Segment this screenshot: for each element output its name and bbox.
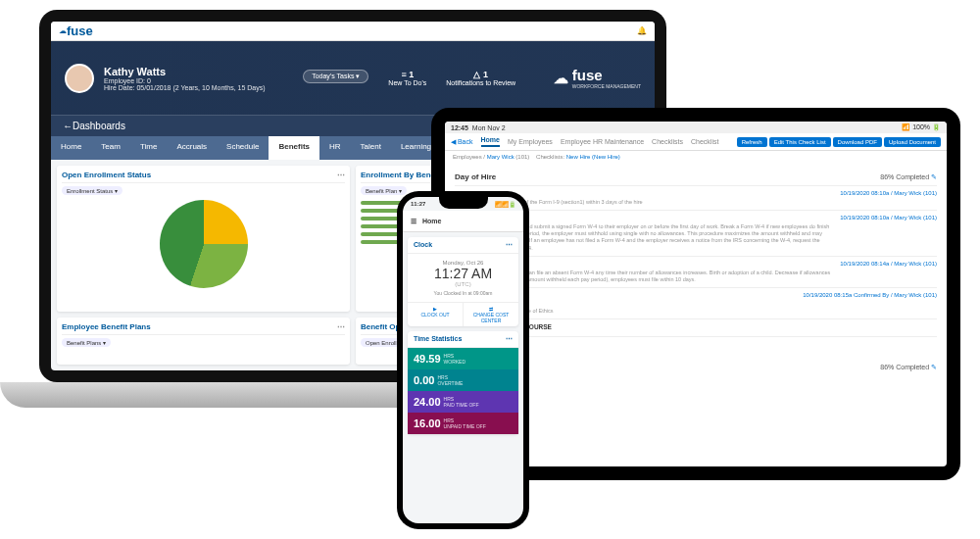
avatar[interactable] [65,64,94,93]
brand-name: fuse [67,24,93,38]
w1-filter[interactable]: Enrollment Status ▾ [62,186,122,195]
clock-title: Clock [414,241,432,249]
signal-icon: 📶 [495,201,502,208]
stats-title: Time Statistics [414,335,462,343]
tab-accruals[interactable]: Accruals [167,136,217,160]
w1-title: Open Enrollment Status [62,171,151,179]
tab-home[interactable]: Home [51,136,91,160]
battery-icon: 🔋 [509,201,515,208]
clock-tz: (UTC) [414,281,513,287]
battery-pct: 100% [912,123,930,130]
w3-filter[interactable]: Benefit Plans ▾ [62,338,111,347]
refresh-button[interactable]: Refresh [737,137,767,147]
hero-brand: ☁︎ fuse WORKFORCE MANAGEMENT [554,67,641,89]
logo-icon: ☁︎ [59,26,67,35]
user-block: Kathy Watts Employee ID: 0 Hire Date: 05… [104,66,266,91]
stat-notifs-label: Notifications to Review [446,79,515,86]
bell-icon[interactable]: 🔔 [637,26,647,35]
bc-employee-link[interactable]: Mary Wick [487,154,514,160]
user-hire: Hire Date: 05/01/2018 (2 Years, 10 Month… [104,84,266,91]
w3-title: Employee Benefit Plans [62,322,151,331]
edit-checklist-button[interactable]: Edit This Check List [769,137,831,147]
app-header: ☁︎ fuse 🔔 [51,22,655,41]
phone-app: 11:27 📶📶🔋 ☰ Home Clock⋯ Monday, Oct 26 1… [403,197,523,523]
time-stats-card: Time Statistics⋯ 49.59HRSWORKED0.00HRSOV… [408,331,518,434]
widget-enrollment-status: Open Enrollment Status⋯ Enrollment Statu… [57,166,350,312]
battery-icon: 🔋 [932,123,941,131]
navtab-home[interactable]: Home [481,136,500,147]
cloud-icon: ☁︎ [554,70,568,87]
tablet-date: Mon Nov 2 [472,124,506,131]
stat-notifs[interactable]: △ 1 Notifications to Review [446,70,515,86]
tab-time[interactable]: Time [130,136,167,160]
change-cost-center-button[interactable]: ⇄CHANGE COST CENTER [464,303,518,326]
navtab-checklist[interactable]: Checklist [691,138,718,145]
hero-banner: Kathy Watts Employee ID: 0 Hire Date: 05… [51,41,655,115]
page-title: Home [422,218,441,224]
stat-todos[interactable]: ≡ 1 New To Do's [388,70,426,86]
hero-brand-tag: WORKFORCE MANAGEMENT [572,83,641,89]
tab-schedule[interactable]: Schedule [217,136,269,160]
clock-body: Monday, Oct 26 11:27 AM (UTC) You Clocke… [408,254,518,302]
phone-header: ☰ Home [403,211,523,232]
card-menu-icon[interactable]: ⋯ [506,335,513,343]
todays-tasks-button[interactable]: Today's Tasks ▾ [303,70,368,83]
menu-icon[interactable]: ☰ [411,218,416,225]
clock-msg: You Clocked In at 09:00am [414,290,513,296]
tablet-breadcrumb: Employees / Mary Wick (101) Checklists: … [445,151,947,163]
section-heading: Day of Hire [455,172,496,181]
upload-doc-button[interactable]: Upload Document [884,137,941,147]
wifi-icon: 📶 [902,123,910,131]
action-buttons: Refresh Edit This Check List Download PD… [737,137,941,147]
stat-row: 24.00HRSPAID TIME OFF [408,391,518,413]
stat-row: 16.00HRSUNPAID TIME OFF [408,413,518,434]
back-button[interactable]: ◀ Back [451,138,473,146]
phone-notch [439,197,488,209]
tab-talent[interactable]: Talent [351,136,391,160]
hero-brand-name: fuse [572,67,641,83]
navtab-employees[interactable]: My Employees [508,138,553,145]
phone-device: 11:27 📶📶🔋 ☰ Home Clock⋯ Monday, Oct 26 1… [397,191,529,529]
stat-row: 0.00HRSOVERTIME [408,369,518,391]
card-menu-icon[interactable]: ⋯ [506,241,513,249]
stat-notifs-count: 1 [483,70,488,79]
tab-hr[interactable]: HR [319,136,351,160]
w3-menu-icon[interactable]: ⋯ [337,322,345,331]
tablet-nav: ◀ Back Home My Employees Employee HR Mai… [445,133,947,151]
tablet-status-bar: 12:45 Mon Nov 2 📶 100% 🔋 [445,122,947,133]
tablet-time: 12:45 [451,124,468,131]
back-icon[interactable]: ← [63,121,73,131]
user-id: Employee ID: 0 [104,77,266,84]
phone-time: 11:27 [411,201,425,207]
pie-chart [160,200,248,288]
stat-todos-label: New To Do's [388,79,426,86]
breadcrumb-label: Dashboards [73,121,125,131]
stat-row: 49.59HRSWORKED [408,348,518,369]
clock-card: Clock⋯ Monday, Oct 26 11:27 AM (UTC) You… [408,237,518,326]
tab-team[interactable]: Team [91,136,130,160]
clock-out-button[interactable]: ▶CLOCK OUT [408,303,464,326]
stat-todos-count: 1 [409,70,414,79]
clock-actions: ▶CLOCK OUT ⇄CHANGE COST CENTER [408,302,518,326]
bc-checklist-link[interactable]: New Hire (New Hire) [566,154,620,160]
edit-icon[interactable]: ✎ [931,173,937,181]
download-pdf-button[interactable]: Download PDF [833,137,882,147]
w1-menu-icon[interactable]: ⋯ [337,171,345,179]
clock-time: 11:27 AM [414,266,513,281]
edit-icon[interactable]: ✎ [931,364,937,371]
progress-text: 86% Completed ✎ [880,172,937,183]
user-name: Kathy Watts [104,66,266,77]
widget-benefit-plans: Employee Benefit Plans⋯ Benefit Plans ▾ [57,318,350,366]
stat-rows: 49.59HRSWORKED0.00HRSOVERTIME24.00HRSPAI… [408,348,518,434]
hero-stats: Today's Tasks ▾ ≡ 1 New To Do's △ 1 Noti… [275,70,544,86]
navtab-checklists[interactable]: Checklists [652,138,683,145]
tab-benefits[interactable]: Benefits [269,136,319,160]
wifi-icon: 📶 [502,201,509,208]
navtab-hr-maint[interactable]: Employee HR Maintenance [561,138,644,145]
w2-filter[interactable]: Benefit Plan ▾ [361,186,407,195]
